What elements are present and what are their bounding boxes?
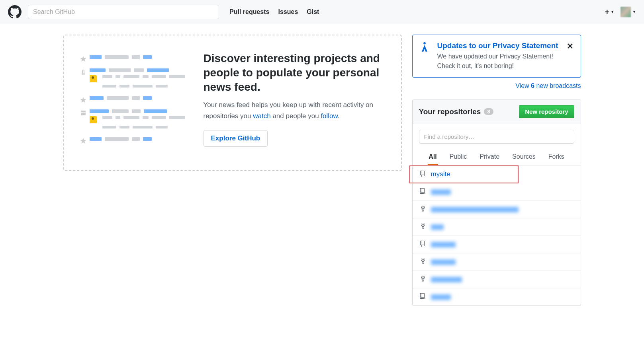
discover-box: Discover interesting projects and people…	[63, 35, 402, 171]
tab-public[interactable]: Public	[449, 149, 468, 165]
fork-icon	[420, 258, 426, 266]
main-container: Discover interesting projects and people…	[55, 24, 589, 316]
chevron-down-icon: ▼	[611, 10, 614, 14]
repo-item[interactable]	[413, 218, 581, 236]
sidebar-column: Updates to our Privacy Statement We have…	[412, 35, 581, 306]
repo-filter-input[interactable]	[419, 130, 574, 144]
follow-link[interactable]: follow	[321, 112, 338, 120]
notice-text: We have updated our Privacy Statement! C…	[437, 52, 560, 71]
repo-name	[431, 277, 462, 282]
broadcast-icon	[420, 42, 430, 54]
repo-name	[431, 294, 451, 300]
nav-pull-requests[interactable]: Pull requests	[229, 8, 269, 16]
broadcasts-link[interactable]: View 6 new broadcasts	[412, 82, 581, 90]
repo-count-badge: 8	[484, 108, 493, 115]
create-new-button[interactable]: +▼	[605, 8, 614, 17]
repos-title: Your repositories 8	[419, 107, 493, 116]
repositories-panel: Your repositories 8 New repository All P…	[412, 99, 581, 306]
repo-icon	[420, 171, 426, 178]
repo-icon	[420, 293, 426, 301]
tab-forks[interactable]: Forks	[548, 149, 565, 165]
main-column: Discover interesting projects and people…	[63, 35, 402, 171]
user-menu-button[interactable]: ▼	[621, 7, 636, 17]
new-repository-button[interactable]: New repository	[519, 105, 574, 118]
repo-name	[431, 189, 451, 195]
repo-icon	[420, 188, 426, 196]
repo-tabs: All Public Private Sources Forks	[413, 149, 581, 165]
header-nav: Pull requests Issues Gist	[229, 8, 319, 16]
fork-icon	[420, 206, 426, 213]
discover-content: Discover interesting projects and people…	[204, 51, 385, 147]
repos-header: Your repositories 8 New repository	[413, 99, 581, 124]
nav-issues[interactable]: Issues	[278, 8, 298, 16]
repo-item[interactable]: mysite	[409, 165, 519, 183]
close-icon[interactable]: ✕	[567, 41, 574, 51]
discover-description: Your news feed helps you keep up with re…	[204, 99, 385, 121]
repo-list: mysite	[413, 165, 581, 306]
tab-sources[interactable]: Sources	[511, 149, 536, 165]
repo-name	[431, 207, 519, 212]
repo-item[interactable]	[413, 253, 581, 271]
repo-item[interactable]	[413, 201, 581, 218]
top-header: Pull requests Issues Gist +▼ ▼	[0, 0, 644, 24]
explore-github-button[interactable]: Explore GitHub	[204, 130, 268, 147]
repo-name	[431, 224, 444, 230]
github-logo-icon[interactable]	[8, 5, 22, 19]
repo-item[interactable]	[413, 236, 581, 253]
svg-point-0	[423, 42, 426, 45]
notice-title[interactable]: Updates to our Privacy Statement	[437, 41, 560, 50]
fork-icon	[420, 223, 426, 231]
fork-icon	[420, 276, 426, 283]
tab-all[interactable]: All	[428, 149, 437, 165]
search-input[interactable]	[28, 5, 219, 19]
privacy-notice: Updates to our Privacy Statement We have…	[412, 35, 581, 78]
repo-name: mysite	[431, 170, 450, 178]
repo-item[interactable]	[413, 271, 581, 288]
repo-icon	[420, 241, 426, 248]
chevron-down-icon: ▼	[632, 10, 636, 14]
feed-illustration	[80, 51, 188, 150]
watch-link[interactable]: watch	[253, 112, 270, 120]
repo-item[interactable]	[413, 288, 581, 306]
repo-name	[431, 259, 456, 265]
discover-title: Discover interesting projects and people…	[204, 51, 385, 94]
repo-name	[431, 242, 456, 247]
avatar	[621, 7, 631, 17]
header-right: +▼ ▼	[605, 7, 636, 17]
nav-gist[interactable]: Gist	[307, 8, 319, 16]
repo-item[interactable]	[413, 183, 581, 201]
tab-private[interactable]: Private	[479, 149, 500, 165]
